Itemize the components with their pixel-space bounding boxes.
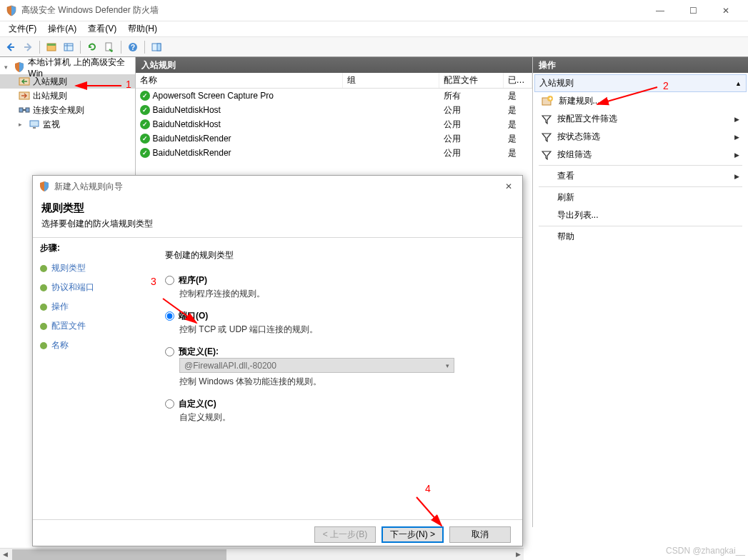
col-name[interactable]: 名称 — [136, 73, 343, 88]
svg-rect-2 — [64, 44, 73, 51]
window-title: 高级安全 Windows Defender 防火墙 — [21, 4, 644, 16]
menu-view[interactable]: 查看(V) — [82, 21, 122, 36]
watermark: CSDN @zhangkai__ — [666, 546, 745, 556]
chevron-right-icon: ▶ — [734, 151, 739, 159]
step-profile[interactable]: 配置文件 — [40, 316, 136, 336]
opt-program-desc: 控制程序连接的规则。 — [179, 288, 508, 300]
action-filter-profile[interactable]: 按配置文件筛选 ▶ — [534, 110, 747, 128]
toolbar-refresh-button[interactable] — [84, 39, 100, 55]
svg-rect-12 — [19, 108, 23, 112]
close-button[interactable]: ✕ — [709, 0, 742, 21]
action-help[interactable]: 帮助 — [534, 228, 747, 246]
inbound-rules-icon — [19, 76, 30, 87]
actions-header: 操作 — [533, 57, 748, 73]
toolbar-btn-last[interactable] — [149, 39, 164, 55]
window-titlebar: 高级安全 Windows Defender 防火墙 — ☐ ✕ — [0, 0, 748, 21]
opt-custom-desc: 自定义规则。 — [179, 411, 508, 424]
next-button[interactable]: 下一步(N) > — [382, 526, 444, 543]
enabled-check-icon — [140, 148, 150, 158]
firewall-shield-icon — [14, 61, 25, 73]
chevron-right-icon: ▶ — [734, 116, 739, 123]
action-filter-group[interactable]: 按组筛选 ▶ — [534, 146, 747, 164]
svg-text:?: ? — [131, 44, 135, 51]
opt-predefined-desc: 控制 Windows 体验功能连接的规则。 — [179, 376, 508, 388]
svg-rect-9 — [157, 44, 161, 51]
wizard-content: 要创建的规则类型 程序(P) 控制程序连接的规则。 端口(O) 控制 TCP 或… — [144, 238, 522, 519]
opt-port-desc: 控制 TCP 或 UDP 端口连接的规则。 — [179, 324, 508, 336]
maximize-button[interactable]: ☐ — [677, 0, 709, 21]
nav-back-button[interactable] — [3, 39, 19, 55]
predefined-select: @FirewallAPI.dll,-80200 ▾ — [179, 358, 454, 373]
radio-program[interactable] — [165, 276, 174, 285]
annotation-3: 3 — [151, 276, 156, 287]
step-operation[interactable]: 操作 — [40, 297, 136, 316]
radio-predefined[interactable] — [165, 347, 174, 356]
wizard-question: 要创建的规则类型 — [165, 249, 508, 261]
tree-monitor[interactable]: ▸ 监视 — [0, 117, 135, 131]
svg-rect-13 — [26, 108, 29, 112]
toolbar: ? — [0, 37, 748, 57]
toolbar-help-button[interactable]: ? — [125, 39, 141, 55]
cancel-button[interactable]: 取消 — [449, 526, 511, 543]
action-filter-state[interactable]: 按状态筛选 ▶ — [534, 128, 747, 146]
action-view[interactable]: 查看 ▶ — [534, 167, 747, 185]
list-row[interactable]: BaiduNetdiskRender 公用 是 — [136, 131, 532, 146]
enabled-check-icon — [140, 134, 150, 144]
radio-custom[interactable] — [165, 399, 174, 409]
filter-icon — [542, 150, 552, 160]
list-row[interactable]: Apowersoft Screen Capture Pro 所有 是 — [136, 89, 532, 103]
radio-port[interactable] — [165, 311, 174, 321]
tree-connection-security[interactable]: 连接安全规则 — [0, 103, 135, 117]
step-protocol[interactable]: 协议和端口 — [40, 278, 136, 297]
step-ruletype[interactable]: 规则类型 — [40, 259, 136, 278]
action-new-rule[interactable]: ✦ 新建规则... — [534, 92, 747, 110]
tree-monitor-label: 监视 — [43, 119, 60, 131]
collapse-arrow-icon[interactable]: ▲ — [735, 80, 742, 87]
list-row[interactable]: BaiduNetdiskHost 公用 是 — [136, 117, 532, 131]
firewall-shield-icon — [6, 5, 17, 16]
action-export[interactable]: 导出列表... — [534, 206, 747, 224]
tree-root[interactable]: ▾ 本地计算机 上的高级安全 Win — [0, 60, 135, 74]
opt-custom: 自定义(C) 自定义规则。 — [165, 398, 508, 424]
svg-rect-1 — [47, 44, 56, 46]
col-enabled[interactable]: 已… — [504, 73, 532, 88]
step-name[interactable]: 名称 — [40, 336, 136, 355]
nav-forward-button[interactable] — [20, 39, 36, 55]
close-icon[interactable]: ✕ — [501, 181, 517, 191]
chevron-right-icon: ▶ — [734, 134, 739, 141]
scroll-right-button[interactable]: ▶ — [513, 549, 524, 559]
svg-text:✦: ✦ — [547, 96, 552, 102]
actions-section: 入站规则 ▲ — [534, 74, 747, 92]
col-group[interactable]: 组 — [343, 73, 439, 88]
toolbar-export-button[interactable] — [101, 39, 117, 55]
col-profile[interactable]: 配置文件 — [439, 73, 504, 88]
outbound-rules-icon — [19, 90, 30, 101]
scrollbar-thumb[interactable] — [12, 549, 226, 560]
actions-panel: 操作 入站规则 ▲ ✦ 新建规则... 按配置文件筛选 ▶ 按状态筛选 ▶ — [533, 57, 748, 527]
chevron-down-icon[interactable]: ▾ — [4, 64, 11, 71]
tree-outbound-label: 出站规则 — [33, 90, 67, 102]
toolbar-btn-2[interactable] — [61, 39, 76, 55]
wizard-subheading: 选择要创建的防火墙规则类型 — [41, 218, 514, 230]
scroll-left-button[interactable]: ◀ — [0, 549, 11, 559]
new-rule-wizard-dialog: 新建入站规则向导 ✕ 规则类型 选择要创建的防火墙规则类型 步骤: 规则类型 协… — [32, 175, 523, 546]
wizard-steps-list: 步骤: 规则类型 协议和端口 操作 配置文件 名称 — [33, 238, 144, 519]
menu-file[interactable]: 文件(F) — [3, 21, 42, 36]
chevron-right-icon[interactable]: ▸ — [19, 121, 26, 128]
tree-connsec-label: 连接安全规则 — [33, 104, 84, 116]
menu-action[interactable]: 操作(A) — [42, 21, 82, 36]
minimize-button[interactable]: — — [644, 0, 677, 21]
wizard-header: 规则类型 选择要创建的防火墙规则类型 — [33, 197, 522, 237]
new-rule-icon: ✦ — [542, 96, 553, 107]
menu-help[interactable]: 帮助(H) — [122, 21, 163, 36]
list-row[interactable]: BaiduNetdiskHost 公用 是 — [136, 103, 532, 117]
toolbar-btn-1[interactable] — [44, 39, 59, 55]
horizontal-scrollbar[interactable]: ◀ ▶ — [0, 548, 524, 560]
action-refresh[interactable]: 刷新 — [534, 189, 747, 206]
annotation-1: 1 — [126, 79, 131, 90]
tree-outbound-rules[interactable]: 出站规则 — [0, 89, 135, 103]
filter-icon — [542, 132, 552, 142]
menubar: 文件(F) 操作(A) 查看(V) 帮助(H) — [0, 21, 748, 37]
list-row[interactable]: BaiduNetdiskRender 公用 是 — [136, 146, 532, 160]
tree-inbound-label: 入站规则 — [33, 76, 67, 88]
